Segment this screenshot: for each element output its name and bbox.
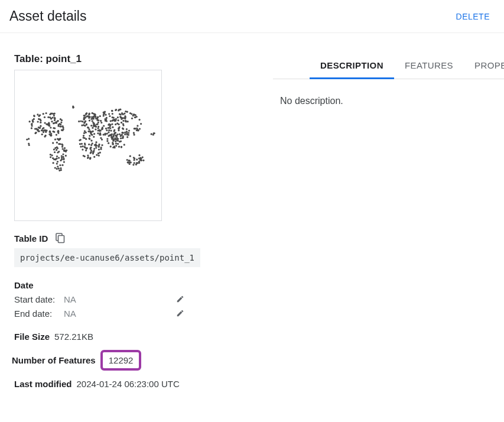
svg-point-255 xyxy=(99,152,101,154)
svg-point-541 xyxy=(26,138,28,140)
svg-point-105 xyxy=(38,130,40,132)
svg-point-350 xyxy=(103,115,105,116)
svg-point-547 xyxy=(151,133,152,135)
edit-start-date-icon[interactable] xyxy=(175,294,186,304)
svg-point-249 xyxy=(93,136,95,138)
svg-point-467 xyxy=(115,109,116,111)
svg-point-417 xyxy=(105,133,106,135)
svg-point-21 xyxy=(53,127,54,129)
svg-point-157 xyxy=(56,149,57,151)
svg-point-374 xyxy=(124,134,126,135)
svg-point-317 xyxy=(112,113,113,115)
tab-description[interactable]: DESCRIPTION xyxy=(310,53,394,79)
svg-point-297 xyxy=(83,135,84,137)
svg-point-56 xyxy=(53,113,54,115)
start-date-label: Start date: xyxy=(14,294,61,304)
svg-point-147 xyxy=(62,153,64,155)
svg-point-71 xyxy=(52,116,54,118)
svg-point-263 xyxy=(97,132,99,134)
svg-point-308 xyxy=(80,139,82,141)
svg-point-443 xyxy=(108,127,110,129)
svg-point-540 xyxy=(28,138,30,139)
svg-point-305 xyxy=(84,142,86,144)
svg-point-409 xyxy=(103,134,105,135)
tab-features[interactable]: FEATURES xyxy=(394,53,464,79)
svg-point-252 xyxy=(98,148,100,150)
svg-rect-556 xyxy=(58,236,64,243)
svg-point-74 xyxy=(44,129,45,131)
svg-point-416 xyxy=(126,136,128,138)
svg-point-20 xyxy=(47,116,49,118)
svg-point-324 xyxy=(97,126,99,128)
svg-point-505 xyxy=(106,140,108,142)
svg-point-176 xyxy=(80,120,82,122)
asset-thumbnail xyxy=(14,70,162,221)
svg-point-146 xyxy=(51,154,53,156)
svg-point-215 xyxy=(83,115,85,116)
svg-point-359 xyxy=(118,109,119,111)
asset-summary: Table: point_1 Table ID projects/ee-ucan… xyxy=(14,53,221,397)
svg-point-398 xyxy=(134,128,135,129)
svg-point-260 xyxy=(83,132,85,134)
svg-point-323 xyxy=(126,131,128,132)
svg-point-376 xyxy=(126,111,128,113)
svg-point-276 xyxy=(98,155,100,157)
num-features-label: Number of Features xyxy=(12,355,96,365)
svg-point-525 xyxy=(136,158,138,160)
svg-point-484 xyxy=(108,142,109,144)
date-grid: Start date: NA End date: NA xyxy=(14,294,186,319)
svg-point-381 xyxy=(112,116,113,118)
svg-point-455 xyxy=(125,120,126,122)
copy-icon[interactable] xyxy=(54,232,67,245)
svg-point-103 xyxy=(44,116,45,118)
svg-point-399 xyxy=(116,122,118,124)
dialog-header: Asset details DELETE xyxy=(0,0,504,33)
svg-point-391 xyxy=(121,122,122,124)
svg-point-122 xyxy=(64,147,66,149)
svg-point-499 xyxy=(123,144,125,145)
svg-point-165 xyxy=(62,156,64,158)
svg-point-512 xyxy=(138,154,140,156)
svg-point-521 xyxy=(127,161,129,163)
svg-point-98 xyxy=(50,133,52,135)
svg-point-503 xyxy=(117,143,119,145)
svg-point-348 xyxy=(118,119,119,121)
svg-point-436 xyxy=(115,118,117,120)
svg-point-90 xyxy=(58,125,60,127)
svg-point-304 xyxy=(100,147,102,148)
svg-point-451 xyxy=(100,122,102,124)
svg-point-169 xyxy=(59,138,61,140)
svg-point-426 xyxy=(126,128,128,130)
svg-point-264 xyxy=(86,147,88,149)
svg-point-242 xyxy=(101,144,103,146)
svg-point-283 xyxy=(97,152,99,154)
svg-point-277 xyxy=(81,143,83,145)
edit-end-date-icon[interactable] xyxy=(175,308,186,319)
tab-properties[interactable]: PROPERTIES xyxy=(464,53,504,79)
svg-point-428 xyxy=(122,132,123,134)
svg-point-106 xyxy=(37,121,39,122)
svg-point-435 xyxy=(112,120,113,122)
delete-button[interactable]: DELETE xyxy=(456,12,490,21)
svg-point-153 xyxy=(57,147,58,149)
dialog-content: Table: point_1 Table ID projects/ee-ucan… xyxy=(0,33,504,397)
svg-point-108 xyxy=(35,132,37,134)
svg-point-97 xyxy=(39,127,41,129)
svg-point-96 xyxy=(32,121,34,122)
svg-point-194 xyxy=(96,124,97,125)
svg-point-204 xyxy=(92,127,93,129)
file-size-value: 572.21KB xyxy=(54,332,93,342)
svg-point-372 xyxy=(128,132,129,134)
svg-point-159 xyxy=(54,158,56,160)
svg-point-393 xyxy=(110,120,112,122)
svg-point-226 xyxy=(83,118,85,120)
svg-point-267 xyxy=(98,144,100,145)
svg-point-241 xyxy=(80,146,82,148)
svg-point-63 xyxy=(61,119,63,121)
svg-point-142 xyxy=(53,148,55,150)
svg-point-135 xyxy=(61,144,63,145)
svg-point-183 xyxy=(81,125,83,126)
svg-point-73 xyxy=(59,125,61,127)
svg-point-465 xyxy=(140,123,142,125)
svg-point-511 xyxy=(129,155,131,157)
